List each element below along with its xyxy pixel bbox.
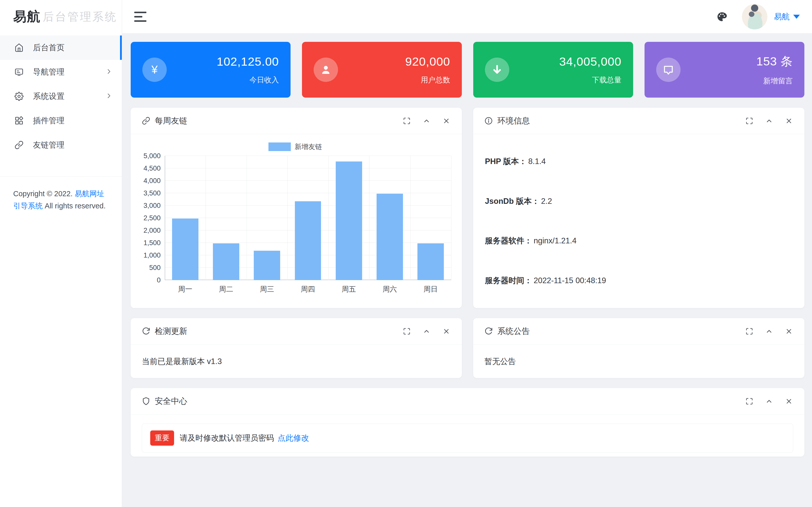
link-icon (14, 140, 24, 150)
sidebar-item-plugins[interactable]: 插件管理 (0, 109, 122, 133)
theme-palette-button[interactable] (716, 11, 728, 22)
y-tick-label: 1,500 (143, 239, 161, 247)
stat-body: 920,000 用户总数 (338, 55, 450, 85)
collapse-icon[interactable] (765, 397, 773, 406)
stat-card-messages: 153 条 新增留言 (645, 42, 804, 98)
collapse-icon[interactable] (422, 327, 431, 336)
stat-value: 920,000 (405, 55, 450, 68)
env-row-php: PHP 版本：8.1.4 (485, 156, 793, 167)
fullscreen-icon[interactable] (402, 327, 411, 336)
brand-name: 易航 (13, 8, 41, 25)
chevron-right-icon (106, 93, 112, 100)
env-label: 服务器时间： (485, 276, 532, 285)
stat-body: 34,005,000 下载总量 (509, 55, 621, 85)
stat-value: 34,005,000 (559, 55, 621, 68)
stat-value: 102,125.00 (217, 55, 279, 68)
gear-icon (14, 92, 24, 101)
sidebar-toggle-button[interactable] (134, 12, 146, 22)
gridline (165, 156, 451, 156)
gridline (369, 156, 369, 280)
copyright: Copyright © 2022. 易航网址引导系统 All rights re… (0, 176, 122, 212)
y-tick-label: 3,500 (143, 189, 161, 197)
y-tick-label: 1,000 (143, 251, 161, 259)
card-title: 检测更新 (142, 326, 187, 337)
topbar: 易航 (122, 0, 812, 34)
x-axis-labels: 周一周二周三周四周五周六周日 (165, 280, 451, 298)
stat-label: 用户总数 (421, 75, 450, 85)
card-title-text: 环境信息 (497, 115, 530, 126)
security-body: 重要 请及时修改默认管理员密码 点此修改 (131, 414, 804, 457)
sidebar-item-label: 导航管理 (33, 67, 64, 77)
card-controls (402, 117, 451, 125)
admin-dashboard: 易航 后台管理系统 后台首页 导航管理 (0, 0, 812, 507)
collapse-icon[interactable] (422, 117, 431, 125)
stat-label: 下载总量 (592, 75, 621, 85)
sidebar-item-settings[interactable]: 系统设置 (0, 84, 122, 109)
app-logo: 易航 后台管理系统 (0, 0, 122, 34)
y-tick-label: 0 (157, 276, 161, 284)
card-title-text: 每周友链 (155, 115, 187, 126)
link-icon (142, 117, 150, 125)
sidebar-item-label: 系统设置 (33, 91, 64, 102)
gridline (165, 193, 451, 193)
fullscreen-icon[interactable] (745, 117, 754, 125)
env-row-jsondb: JsonDb 版本：2.2 (485, 196, 793, 207)
avatar[interactable] (742, 4, 767, 30)
close-icon[interactable] (442, 327, 451, 336)
sidebar-item-navigation[interactable]: 导航管理 (0, 60, 122, 84)
stat-card-users: 920,000 用户总数 (302, 42, 462, 98)
card-title: 每周友链 (142, 115, 187, 126)
alert-message: 请及时修改默认管理员密码 (180, 433, 274, 443)
close-icon[interactable] (442, 117, 451, 125)
chart-legend[interactable]: 新增友链 (139, 141, 451, 152)
stat-label: 新增留言 (763, 76, 793, 86)
y-tick-label: 5,000 (143, 152, 161, 160)
card-header: 安全中心 (131, 388, 804, 414)
fullscreen-icon[interactable] (745, 397, 754, 406)
stat-label: 今日收入 (249, 75, 279, 85)
important-badge: 重要 (150, 431, 174, 446)
copyright-text: Copyright © 2022. (13, 189, 74, 198)
gridline (410, 156, 411, 280)
bar-周五 (336, 162, 362, 280)
card-header: 检测更新 (131, 318, 462, 344)
card-title-text: 检测更新 (155, 326, 187, 337)
user-menu[interactable]: 易航 (774, 11, 800, 22)
collapse-icon[interactable] (765, 327, 773, 336)
env-row-server-time: 服务器时间：2022-11-15 00:48:19 (485, 275, 793, 286)
palette-icon (717, 11, 727, 22)
stat-value: 153 条 (756, 54, 793, 69)
card-title: 系统公告 (485, 326, 530, 337)
chevron-right-icon (106, 68, 112, 76)
gridline (165, 156, 165, 280)
close-icon[interactable] (784, 327, 793, 336)
y-tick-label: 3,000 (143, 202, 161, 210)
environment-info-card: 环境信息 PHP 版本：8.1.4 JsonDb 版本：2.2 (473, 108, 804, 308)
card-controls (745, 327, 793, 336)
card-header: 环境信息 (473, 108, 804, 134)
gridline (165, 168, 451, 168)
collapse-icon[interactable] (765, 117, 773, 125)
topbar-right: 易航 (716, 4, 800, 30)
close-icon[interactable] (784, 117, 793, 125)
home-icon (14, 43, 24, 52)
bar-周二 (213, 243, 239, 280)
sidebar-item-links[interactable]: 友链管理 (0, 133, 122, 157)
hamburger-line (134, 20, 146, 22)
stat-card-downloads: 34,005,000 下载总量 (473, 42, 633, 98)
info-icon (485, 117, 493, 125)
sidebar-item-dashboard[interactable]: 后台首页 (0, 36, 122, 60)
card-controls (745, 397, 793, 406)
yen-icon: ¥ (142, 58, 167, 82)
chevron-down-icon (793, 15, 800, 19)
bar-周日 (417, 243, 444, 280)
shield-icon (142, 397, 150, 405)
fullscreen-icon[interactable] (402, 117, 411, 125)
y-axis-labels: 05001,0001,5002,0002,5003,0003,5004,0004… (139, 156, 165, 280)
fullscreen-icon[interactable] (745, 327, 754, 336)
y-tick-label: 4,000 (143, 177, 161, 185)
x-tick-label: 周四 (288, 284, 328, 294)
close-icon[interactable] (784, 397, 793, 406)
system-notice-card: 系统公告 暂无公告 (473, 318, 804, 378)
change-password-link[interactable]: 点此修改 (277, 433, 309, 443)
